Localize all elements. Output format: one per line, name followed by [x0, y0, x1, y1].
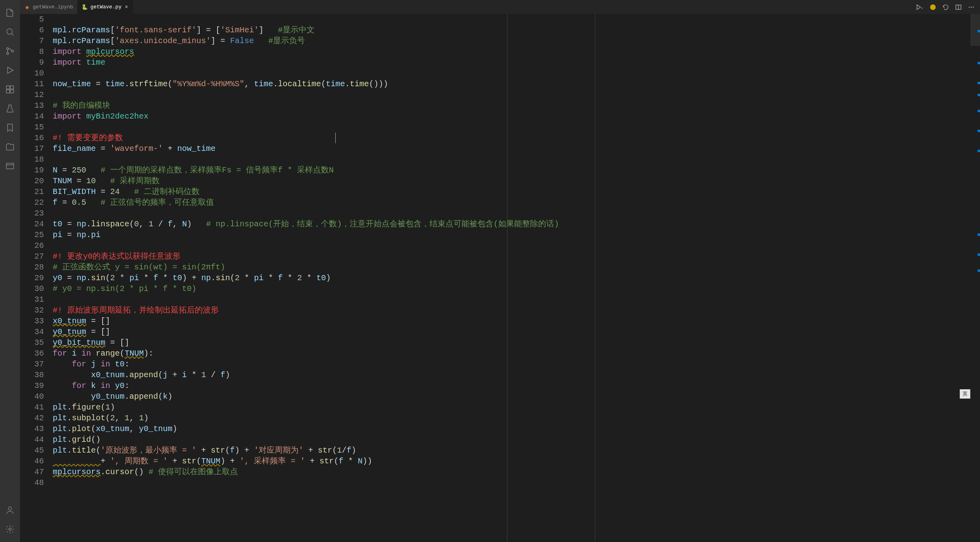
run-play-icon[interactable]: ⌄: [915, 4, 923, 10]
code-line[interactable]: plt.title('原始波形，最小频率 = ' + str(f) + '对应周…: [53, 445, 970, 456]
python-icon: 🐍: [81, 4, 88, 10]
line-number: 38: [20, 370, 44, 380]
testing-icon[interactable]: [0, 99, 20, 118]
project-manager-icon[interactable]: [0, 137, 20, 156]
code-line[interactable]: plt.grid(): [53, 434, 970, 445]
code-line[interactable]: #! 更改y0的表达式以获得任意波形: [53, 251, 970, 262]
bookmarks-icon[interactable]: [0, 118, 20, 137]
line-number: 20: [20, 176, 44, 186]
code-line[interactable]: [53, 294, 970, 305]
line-number: 39: [20, 380, 44, 391]
code-line[interactable]: TNUM = 10 # 采样周期数: [53, 176, 970, 186]
code-line[interactable]: plt.plot(x0_tnum, y0_tnum): [53, 423, 970, 434]
code-line[interactable]: plt.figure(1): [53, 402, 970, 413]
code-line[interactable]: mpl.rcParams['axes.unicode_minus'] = Fal…: [53, 36, 970, 46]
line-number: 48: [20, 477, 44, 488]
activity-bar: [0, 0, 20, 542]
code-line[interactable]: y0_tnum.append(k): [53, 391, 970, 402]
code-line[interactable]: # y0 = np.sin(2 * pi * f * t0): [53, 283, 970, 294]
line-number: 28: [20, 262, 44, 273]
code-line[interactable]: now_time = time.strftime("%Y%m%d-%H%M%S"…: [53, 79, 970, 89]
code-line[interactable]: y0_tnum = []: [53, 326, 970, 337]
refresh-undo-icon[interactable]: [942, 4, 949, 10]
tab-label: getWave.py: [90, 4, 121, 10]
code-line[interactable]: [53, 122, 970, 133]
code-line[interactable]: [53, 240, 970, 251]
svg-rect-5: [10, 86, 14, 89]
code-line[interactable]: [53, 14, 970, 25]
code-line[interactable]: [53, 89, 970, 100]
settings-gear-icon[interactable]: [0, 520, 20, 539]
overview-mark: [978, 233, 980, 236]
code-line[interactable]: f = 0.5 # 正弦信号的频率，可任意取值: [53, 197, 970, 208]
code-line[interactable]: for i in range(TNUM):: [53, 348, 970, 359]
code-line[interactable]: [53, 208, 970, 219]
overview-mark: [978, 253, 980, 256]
overview-ruler[interactable]: [970, 14, 980, 542]
line-number: 11: [20, 79, 44, 89]
line-number: 27: [20, 251, 44, 262]
tab-getwave-py[interactable]: 🐍 getWave.py ×: [77, 0, 133, 14]
line-number: 8: [20, 46, 44, 57]
timeline-icon[interactable]: [0, 156, 20, 176]
line-number: 24: [20, 219, 44, 229]
code-line[interactable]: for k in y0:: [53, 380, 970, 391]
line-number: 44: [20, 434, 44, 445]
split-editor-icon[interactable]: [955, 4, 962, 10]
code-line[interactable]: pi = np.pi: [53, 229, 970, 240]
code-line[interactable]: import mplcursors: [53, 46, 970, 57]
overview-mark: [978, 94, 980, 96]
overview-mark: [978, 269, 980, 272]
code-line[interactable]: [53, 154, 970, 165]
overview-mark: [978, 30, 980, 32]
close-icon[interactable]: ×: [124, 4, 129, 10]
extensions-icon[interactable]: [0, 80, 20, 99]
line-number: 26: [20, 240, 44, 251]
code-line[interactable]: BIT_WIDTH = 24 # 二进制补码位数: [53, 186, 970, 197]
code-line[interactable]: [53, 477, 970, 488]
more-actions-icon[interactable]: [968, 4, 974, 10]
code-line[interactable]: for j in t0:: [53, 359, 970, 370]
accounts-icon[interactable]: [0, 500, 20, 520]
run-debug-icon[interactable]: [0, 61, 20, 80]
code-line[interactable]: import myBin2dec2hex: [53, 111, 970, 122]
svg-rect-4: [6, 86, 10, 89]
code-line[interactable]: x0_tnum = []: [53, 316, 970, 326]
svg-point-3: [12, 50, 14, 52]
explorer-icon[interactable]: [0, 3, 20, 22]
code-line[interactable]: [53, 68, 970, 79]
tab-getwave-ipynb[interactable]: ◉ getWave.ipynb: [20, 0, 77, 14]
code-line[interactable]: import time: [53, 57, 970, 68]
code-line[interactable]: + ', 周期数 = ' + str(TNUM) + ', 采样频率 = ' +…: [53, 456, 970, 467]
code-line[interactable]: y0 = np.sin(2 * pi * f * t0) + np.sin(2 …: [53, 273, 970, 283]
svg-point-2: [7, 53, 9, 55]
code-line[interactable]: #! 需要变更的参数: [53, 133, 970, 143]
jupyter-icon: ◉: [24, 4, 30, 10]
line-number: 21: [20, 186, 44, 197]
line-number: 22: [20, 197, 44, 208]
code-line[interactable]: y0_bit_tnum = []: [53, 337, 970, 348]
code-line[interactable]: # 正弦函数公式 y = sin(wt) = sin(2πft): [53, 262, 970, 273]
ime-badge: 英: [960, 389, 970, 399]
source-control-icon[interactable]: [0, 42, 20, 61]
svg-point-1: [7, 48, 9, 50]
code-line[interactable]: file_name = 'waveform-' + now_time: [53, 143, 970, 154]
line-number-gutter: 5678910111213141516171819202122232425262…: [20, 14, 53, 542]
code-line[interactable]: plt.subplot(2, 1, 1): [53, 413, 970, 423]
code-line[interactable]: N = 250 # 一个周期的采样点数，采样频率Fs = 信号频率f * 采样点…: [53, 165, 970, 176]
line-number: 15: [20, 122, 44, 133]
overview-mark: [978, 150, 980, 152]
code-editor[interactable]: 5678910111213141516171819202122232425262…: [20, 14, 970, 542]
code-line[interactable]: x0_tnum.append(j + i * 1 / f): [53, 370, 970, 380]
line-number: 5: [20, 14, 44, 25]
code-line[interactable]: # 我的自编模块: [53, 100, 970, 111]
line-number: 41: [20, 402, 44, 413]
code-line[interactable]: mpl.rcParams['font.sans-serif'] = ['SimH…: [53, 25, 970, 36]
code-line[interactable]: #! 原始波形周期延拓，并绘制出延拓后的波形: [53, 305, 970, 316]
code-line[interactable]: t0 = np.linspace(0, 1 / f, N) # np.linsp…: [53, 219, 970, 229]
warning-icon[interactable]: [930, 4, 936, 10]
code-line[interactable]: mplcursors.cursor() # 使得可以在图像上取点: [53, 467, 970, 477]
line-number: 31: [20, 294, 44, 305]
code-content[interactable]: mpl.rcParams['font.sans-serif'] = ['SimH…: [53, 14, 970, 542]
search-icon[interactable]: [0, 22, 20, 42]
